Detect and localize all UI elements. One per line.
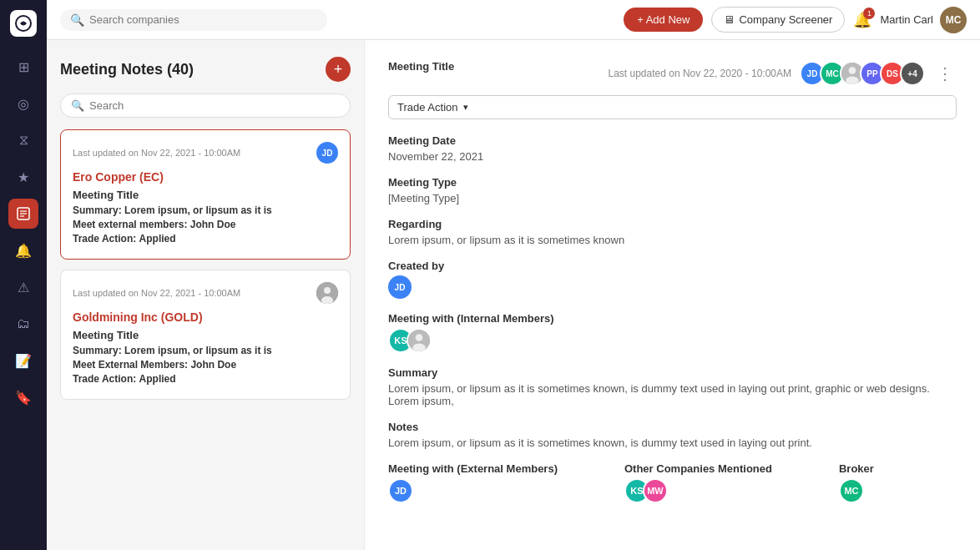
main-area: Meeting Notes (40) + 🔍 Last updated on N… [47, 40, 980, 550]
svg-point-13 [412, 343, 426, 351]
meeting-type-value: [Meeting Type] [388, 192, 957, 204]
broker-label: Broker [839, 462, 874, 475]
svg-point-6 [324, 287, 331, 294]
meeting-card[interactable]: Last updated on Nov 22, 2021 - 10:00AM G… [60, 270, 351, 400]
other-companies-avatars: KS MW [624, 478, 772, 503]
trade-action-dropdown[interactable]: Trade Action ▾ [388, 95, 957, 119]
meeting-type-section: Meeting Type [Meeting Type] [388, 176, 957, 204]
panel-title: Meeting Notes (40) [60, 61, 194, 78]
meeting-title-label: Meeting Title [388, 60, 454, 73]
top-navigation: 🔍 + Add New 🖥 Company Screener 🔔 1 Marti… [47, 0, 980, 40]
regarding-section: Regarding Lorem ipsum, or lipsum as it i… [388, 218, 957, 246]
compass-icon[interactable]: ◎ [8, 88, 38, 119]
other-companies-label: Other Companies Mentioned [624, 462, 772, 475]
meeting-date-value: November 22, 2021 [388, 150, 957, 163]
notes-search[interactable]: 🔍 [60, 93, 351, 118]
warning-icon[interactable]: ⚠ [8, 272, 38, 302]
internal-member-avatars: KS [388, 328, 957, 353]
add-meeting-button[interactable]: + [326, 57, 351, 82]
card-trade-action: Trade Action: Applied [73, 373, 338, 385]
notes-search-input[interactable] [89, 99, 340, 112]
card-date: Last updated on Nov 22, 2021 - 10:00AM [73, 288, 240, 298]
card-header: Last updated on Nov 22, 2021 - 10:00AM J… [73, 142, 338, 164]
company-name: Goldmining Inc (GOLD) [73, 310, 338, 324]
search-icon: 🔍 [70, 13, 84, 27]
right-panel: Meeting Title Last updated on Nov 22, 20… [364, 40, 980, 550]
grid-icon[interactable]: ⊞ [8, 52, 38, 82]
created-by-avatar: JD [388, 275, 412, 299]
card-external-members: Meet external members: John Doe [73, 219, 338, 230]
meeting-title-section: Meeting Title [388, 60, 454, 76]
meeting-card[interactable]: Last updated on Nov 22, 2021 - 10:00AM J… [60, 129, 351, 260]
card-avatar: JD [316, 142, 338, 164]
funnel-icon[interactable]: ⧖ [8, 125, 38, 155]
panel-header: Meeting Notes (40) + [60, 57, 351, 82]
global-search[interactable]: 🔍 [60, 9, 327, 31]
files-icon[interactable]: 🗂 [8, 309, 38, 339]
card-meeting-title: Meeting Title [73, 329, 338, 341]
add-new-button[interactable]: + Add New [624, 8, 703, 32]
created-by-section: Created by JD [388, 260, 957, 299]
summary-section: Summary Lorem ipsum, or lipsum as it is … [388, 366, 957, 407]
card-summary: Summary: Lorem ipsum, or lipsum as it is [73, 345, 338, 356]
card-date: Last updated on Nov 22, 2021 - 10:00AM [73, 148, 240, 158]
alert-icon[interactable]: 🔔 [8, 235, 38, 265]
left-panel: Meeting Notes (40) + 🔍 Last updated on N… [47, 40, 364, 550]
card-trade-action: Trade Action: Applied [73, 233, 338, 245]
trade-action-label: Trade Action [397, 101, 458, 114]
external-member-avatars: JD [388, 478, 558, 503]
regarding-label: Regarding [388, 218, 957, 230]
app-logo[interactable] [10, 10, 37, 37]
detail-meta: Last updated on Nov 22, 2020 - 10:00AM J… [609, 60, 957, 87]
card-meeting-title: Meeting Title [73, 189, 338, 201]
company-name: Ero Copper (EC) [73, 170, 338, 184]
summary-value: Lorem ipsum, or lipsum as it is sometime… [388, 382, 957, 407]
broker-section: Broker MC [839, 462, 874, 503]
svg-point-9 [849, 67, 856, 74]
sidebar: ⊞ ◎ ⧖ ★ 🔔 ⚠ 🗂 📝 🔖 [0, 0, 47, 550]
avatar-mw-other: MW [643, 478, 668, 503]
avatar-more: +4 [900, 61, 925, 86]
meeting-date-label: Meeting Date [388, 134, 957, 147]
bookmark-icon[interactable]: 🔖 [8, 382, 38, 412]
report-icon[interactable]: 📝 [8, 346, 38, 376]
meeting-type-label: Meeting Type [388, 176, 957, 189]
external-members-label: Meeting with (External Members) [388, 462, 558, 475]
avatar-mc-broker: MC [839, 478, 864, 503]
dropdown-chevron-icon: ▾ [463, 102, 468, 113]
user-avatar: MC [940, 7, 967, 33]
summary-label: Summary [388, 366, 957, 379]
card-external-members: Meet External Members: John Doe [73, 359, 338, 371]
nav-actions: + Add New 🖥 Company Screener 🔔 1 Martin … [624, 7, 967, 33]
external-members-section: Meeting with (External Members) JD [388, 462, 558, 503]
regarding-value: Lorem ipsum, or lipsum as it is sometime… [388, 234, 957, 246]
screener-icon: 🖥 [724, 13, 735, 26]
user-menu[interactable]: Martin Carl MC [880, 7, 967, 33]
star-icon[interactable]: ★ [8, 162, 38, 192]
notifications-button[interactable]: 🔔 1 [853, 11, 871, 29]
card-summary: Summary: Lorem ipsum, or lipsum as it is [73, 204, 338, 216]
company-screener-button[interactable]: 🖥 Company Screener [711, 7, 845, 33]
notes-value: Lorem ipsum, or lipsum as it is sometime… [388, 436, 957, 449]
svg-point-12 [416, 334, 423, 341]
svg-point-10 [846, 76, 859, 84]
avatar-jd-external: JD [388, 478, 413, 503]
notes-section: Notes Lorem ipsum, or lipsum as it is so… [388, 421, 957, 449]
user-name: Martin Carl [880, 13, 933, 26]
notes-label: Notes [388, 421, 957, 433]
internal-members-label: Meeting with (Internal Members) [388, 312, 957, 325]
other-companies-section: Other Companies Mentioned KS MW [624, 462, 772, 503]
created-by-label: Created by [388, 260, 957, 272]
collaborator-avatars: JD MC PP DS +4 [800, 61, 925, 86]
broker-avatars: MC [839, 478, 874, 503]
detail-header: Meeting Title Last updated on Nov 22, 20… [388, 60, 957, 87]
search-icon: 🔍 [71, 99, 84, 112]
meeting-date-section: Meeting Date November 22, 2021 [388, 134, 957, 163]
search-input[interactable] [89, 13, 317, 26]
bottom-sections: Meeting with (External Members) JD Other… [388, 462, 957, 503]
card-avatar [316, 282, 338, 304]
kebab-menu-button[interactable]: ⋮ [933, 60, 957, 87]
internal-members-section: Meeting with (Internal Members) KS [388, 312, 957, 353]
card-header: Last updated on Nov 22, 2021 - 10:00AM [73, 282, 338, 304]
notes-icon[interactable] [8, 199, 38, 229]
